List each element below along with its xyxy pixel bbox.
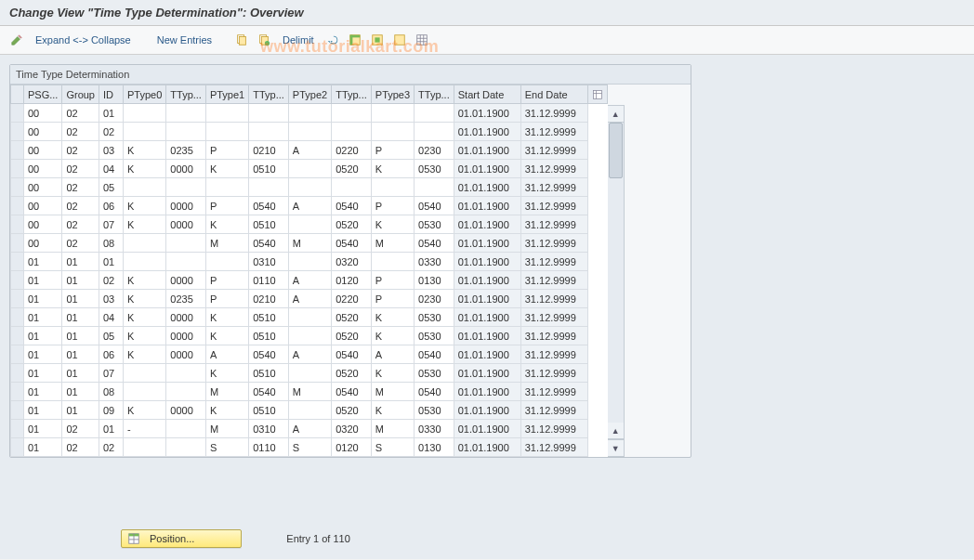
cell-sd[interactable]: 01.01.1900: [454, 327, 520, 345]
cell-t1[interactable]: 0510: [249, 364, 289, 383]
cell-sd[interactable]: 01.01.1900: [454, 438, 520, 457]
cell-grp[interactable]: 02: [62, 197, 99, 215]
cell-p0[interactable]: -: [123, 420, 165, 438]
cell-id[interactable]: 02: [99, 123, 123, 141]
cell-psg[interactable]: 00: [24, 197, 62, 215]
delimit-button[interactable]: Delimit: [277, 34, 320, 46]
cell-psg[interactable]: 00: [24, 234, 62, 253]
cell-t0[interactable]: [166, 234, 206, 253]
cell-psg[interactable]: 01: [24, 327, 62, 345]
cell-ed[interactable]: 31.12.9999: [520, 160, 587, 178]
cell-sd[interactable]: 01.01.1900: [454, 420, 520, 438]
cell-p3[interactable]: K: [371, 401, 414, 420]
row-marker[interactable]: [11, 253, 24, 271]
cell-id[interactable]: 04: [99, 160, 123, 178]
cell-p2[interactable]: M: [288, 383, 331, 401]
cell-sd[interactable]: 01.01.1900: [454, 123, 520, 141]
cell-p3[interactable]: A: [371, 345, 414, 364]
col-ptype0[interactable]: PType0: [123, 85, 165, 104]
col-id[interactable]: ID: [99, 85, 123, 104]
table-settings-button[interactable]: [413, 31, 431, 49]
table-row[interactable]: 010202S0110S0120S013001.01.190031.12.999…: [11, 438, 608, 457]
cell-t0[interactable]: [166, 364, 206, 383]
cell-t3[interactable]: 0530: [415, 401, 454, 420]
cell-t0[interactable]: 0000: [166, 345, 206, 364]
cell-id[interactable]: 05: [99, 327, 123, 345]
cell-t1[interactable]: 0210: [249, 290, 289, 308]
cell-p1[interactable]: K: [205, 215, 248, 234]
cell-t0[interactable]: 0000: [166, 215, 206, 234]
cell-id[interactable]: 01: [99, 420, 123, 438]
cell-p1[interactable]: P: [205, 141, 248, 160]
cell-t3[interactable]: 0330: [415, 253, 454, 271]
col-ttyp1[interactable]: TTyp...: [249, 85, 289, 104]
cell-t2[interactable]: 0220: [332, 141, 372, 160]
cell-t1[interactable]: [249, 123, 289, 141]
row-marker[interactable]: [11, 271, 24, 290]
cell-t1[interactable]: 0510: [249, 160, 289, 178]
cell-grp[interactable]: 02: [62, 160, 99, 178]
cell-t0[interactable]: 0000: [166, 160, 206, 178]
cell-t1[interactable]: [249, 178, 289, 197]
col-psg[interactable]: PSG...: [24, 85, 62, 104]
cell-sd[interactable]: 01.01.1900: [454, 308, 520, 327]
cell-t2[interactable]: 0520: [332, 215, 372, 234]
cell-sd[interactable]: 01.01.1900: [454, 364, 520, 383]
cell-p0[interactable]: K: [123, 141, 165, 160]
cell-t2[interactable]: [332, 123, 372, 141]
cell-grp[interactable]: 02: [62, 123, 99, 141]
cell-sd[interactable]: 01.01.1900: [454, 383, 520, 401]
cell-ed[interactable]: 31.12.9999: [520, 253, 587, 271]
cell-grp[interactable]: 01: [62, 401, 99, 420]
cell-p0[interactable]: [123, 364, 165, 383]
cell-ed[interactable]: 31.12.9999: [520, 401, 587, 420]
cell-t2[interactable]: [332, 104, 372, 123]
cell-sd[interactable]: 01.01.1900: [454, 401, 520, 420]
cell-p1[interactable]: P: [205, 197, 248, 215]
row-marker[interactable]: [11, 197, 24, 215]
cell-ed[interactable]: 31.12.9999: [520, 104, 587, 123]
cell-p2[interactable]: [288, 253, 331, 271]
cell-p1[interactable]: P: [205, 271, 248, 290]
cell-sd[interactable]: 01.01.1900: [454, 141, 520, 160]
cell-id[interactable]: 07: [99, 364, 123, 383]
cell-t3[interactable]: 0540: [415, 197, 454, 215]
cell-t1[interactable]: [249, 104, 289, 123]
cell-id[interactable]: 02: [99, 271, 123, 290]
cell-p1[interactable]: M: [205, 383, 248, 401]
cell-p2[interactable]: [288, 364, 331, 383]
cell-t1[interactable]: 0510: [249, 215, 289, 234]
cell-grp[interactable]: 01: [62, 271, 99, 290]
cell-t2[interactable]: 0540: [332, 234, 372, 253]
cell-t0[interactable]: 0000: [166, 327, 206, 345]
cell-t1[interactable]: 0540: [249, 234, 289, 253]
cell-p0[interactable]: K: [123, 215, 165, 234]
col-end-date[interactable]: End Date: [520, 85, 587, 104]
cell-p3[interactable]: K: [371, 327, 414, 345]
cell-t1[interactable]: 0510: [249, 327, 289, 345]
cell-id[interactable]: 08: [99, 234, 123, 253]
cell-p1[interactable]: K: [205, 308, 248, 327]
cell-t1[interactable]: 0540: [249, 383, 289, 401]
cell-t3[interactable]: 0530: [415, 327, 454, 345]
table-row[interactable]: 000203K0235P0210A0220P023001.01.190031.1…: [11, 141, 608, 160]
cell-t0[interactable]: 0235: [166, 141, 206, 160]
row-marker[interactable]: [11, 345, 24, 364]
cell-p0[interactable]: K: [123, 160, 165, 178]
table-row[interactable]: 010106K0000A0540A0540A054001.01.190031.1…: [11, 345, 608, 364]
cell-grp[interactable]: 01: [62, 383, 99, 401]
cell-p3[interactable]: [371, 104, 414, 123]
cell-grp[interactable]: 01: [62, 308, 99, 327]
cell-p2[interactable]: A: [288, 271, 331, 290]
table-row[interactable]: 010105K0000K05100520K053001.01.190031.12…: [11, 327, 608, 345]
table-row[interactable]: 010103K0235P0210A0220P023001.01.190031.1…: [11, 290, 608, 308]
cell-t3[interactable]: 0230: [415, 141, 454, 160]
table-row[interactable]: 010107K05100520K053001.01.190031.12.9999: [11, 364, 608, 383]
cell-t2[interactable]: [332, 178, 372, 197]
cell-p2[interactable]: M: [288, 234, 331, 253]
cell-grp[interactable]: 02: [62, 104, 99, 123]
scroll-down-button[interactable]: ▼: [608, 439, 624, 456]
cell-p3[interactable]: M: [371, 383, 414, 401]
cell-sd[interactable]: 01.01.1900: [454, 290, 520, 308]
cell-t2[interactable]: 0320: [332, 420, 372, 438]
